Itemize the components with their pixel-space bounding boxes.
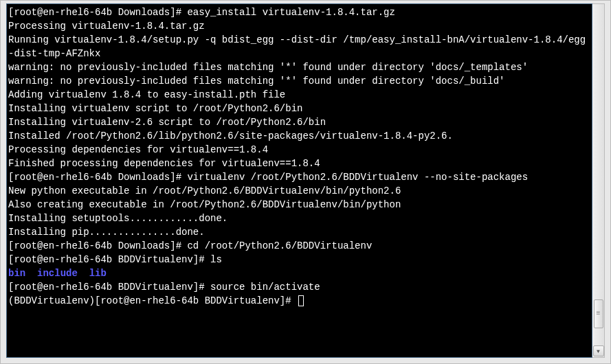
cursor	[298, 295, 304, 306]
directory-name: include	[37, 268, 78, 279]
terminal-line: (BDDVirtualenv)[root@en-rhel6-64b BDDVir…	[8, 294, 590, 308]
terminal-line: [root@en-rhel6-64b BDDVirtualenv]# ls	[8, 253, 590, 266]
terminal-line: Finished processing dependencies for vir…	[8, 157, 590, 170]
terminal-line: Running virtualenv-1.8.4/setup.py -q bdi…	[8, 33, 590, 60]
terminal-line: Also creating executable in /root/Python…	[8, 198, 590, 212]
scrollbar-thumb[interactable]	[594, 299, 603, 328]
directory-name: lib	[89, 268, 107, 279]
scroll-down-button[interactable]: ▼	[593, 345, 604, 356]
terminal-line: warning: no previously-included files ma…	[8, 74, 590, 88]
terminal-container: [root@en-rhel6-64b Downloads]# easy_inst…	[0, 0, 611, 364]
terminal-line: Installing virtualenv-2.6 script to /roo…	[8, 115, 590, 129]
terminal-line: Installing setuptools............done.	[8, 212, 590, 225]
terminal-line: [root@en-rhel6-64b Downloads]# virtualen…	[8, 170, 590, 184]
terminal-line: Installing virtualenv script to /root/Py…	[8, 102, 590, 115]
terminal-line: Processing virtualenv-1.8.4.tar.gz	[8, 19, 590, 33]
terminal-line: Processing dependencies for virtualenv==…	[8, 143, 590, 157]
terminal-line: Adding virtualenv 1.8.4 to easy-install.…	[8, 88, 590, 102]
terminal-line: [root@en-rhel6-64b BDDVirtualenv]# sourc…	[8, 280, 590, 294]
terminal-line: bin include lib	[8, 266, 590, 280]
terminal-line: Installed /root/Python2.6/lib/python2.6/…	[8, 129, 590, 143]
directory-name: bin	[8, 268, 25, 279]
terminal-line: warning: no previously-included files ma…	[8, 60, 590, 74]
terminal-line: New python executable in /root/Python2.6…	[8, 184, 590, 198]
terminal-output[interactable]: [root@en-rhel6-64b Downloads]# easy_inst…	[6, 3, 592, 358]
terminal-line: [root@en-rhel6-64b Downloads]# cd /root/…	[8, 239, 590, 253]
terminal-line: [root@en-rhel6-64b Downloads]# easy_inst…	[8, 5, 590, 19]
scrollbar[interactable]: ▼	[592, 3, 605, 358]
terminal-line: Installing pip...............done.	[8, 225, 590, 239]
